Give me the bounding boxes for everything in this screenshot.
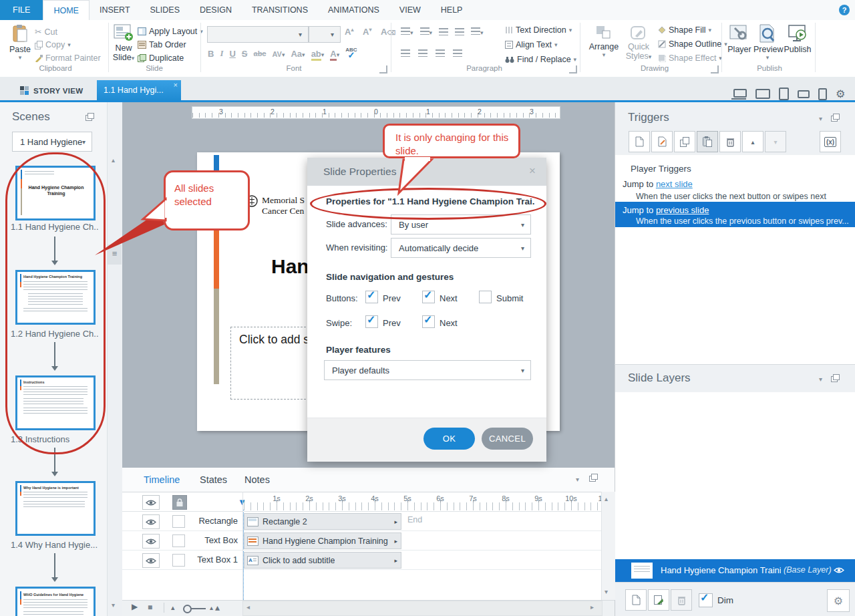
copy-button[interactable]: Copy ▾	[35, 40, 71, 49]
panel-collapse-icon[interactable]	[831, 374, 840, 383]
font-dialog-launcher-icon[interactable]	[379, 65, 387, 73]
scroll-right-icon[interactable]: ▸	[590, 603, 594, 611]
font-name-select[interactable]: ▾	[207, 26, 309, 43]
timeline-bar-subtitle[interactable]: A Click to add subtitle ▸	[244, 552, 401, 569]
clear-formatting-icon[interactable]: A⌫	[381, 27, 395, 37]
play-button[interactable]: ▶	[132, 602, 138, 611]
bullet-list-button[interactable]: ▾	[401, 27, 413, 37]
prev-button-checkbox[interactable]	[365, 291, 378, 303]
submit-button-checkbox[interactable]	[479, 291, 492, 303]
panel-collapse-icon[interactable]	[589, 474, 598, 482]
laptop-icon[interactable]	[733, 89, 747, 100]
swipe-next-checkbox[interactable]	[422, 315, 435, 328]
shape-effect-button[interactable]: Shape Effect ▾	[658, 53, 722, 63]
copy-trigger-button[interactable]	[674, 131, 695, 152]
change-case-button[interactable]: Aa▾	[291, 49, 305, 59]
timeline-object-name[interactable]: Text Box	[167, 535, 238, 545]
slide-title-text[interactable]: Han	[271, 255, 309, 278]
toggle-visibility-button[interactable]	[142, 553, 160, 568]
align-text-button[interactable]: Align Text ▾	[505, 40, 558, 49]
move-trigger-up-button[interactable]: ▴	[742, 131, 763, 152]
tablet-portrait-icon[interactable]	[779, 88, 789, 100]
trigger-row-next[interactable]: Jump to next slide	[623, 179, 693, 189]
zoom-in-icon[interactable]: ▴	[215, 602, 220, 613]
toggle-visibility-button[interactable]	[142, 514, 160, 529]
publish-button[interactable]: Publish	[783, 24, 812, 54]
paragraph-dialog-launcher-icon[interactable]	[569, 65, 577, 73]
duplicate-button[interactable]: Duplicate	[138, 53, 184, 63]
tab-timeline[interactable]: Timeline	[144, 474, 180, 485]
triangle-right-icon[interactable]: ▸	[394, 518, 397, 525]
paste-trigger-button[interactable]	[697, 131, 718, 152]
new-slide-button[interactable]: New Slide▾	[111, 24, 136, 62]
scroll-up-icon[interactable]: ▴	[112, 156, 115, 164]
show-hide-all-button[interactable]	[142, 495, 160, 510]
delete-trigger-button[interactable]	[719, 131, 741, 152]
layer-properties-button[interactable]: ⚙	[827, 589, 850, 612]
paste-button[interactable]: Paste ▾	[7, 24, 33, 61]
trigger-row-previous[interactable]: Jump to previous slide When the user cli…	[615, 202, 855, 227]
edit-trigger-button[interactable]	[651, 131, 673, 152]
highlight-color-button[interactable]: ab▾	[311, 49, 325, 59]
format-painter-button[interactable]: Format Painter	[35, 53, 101, 63]
close-icon[interactable]: ×	[174, 81, 178, 89]
lock-all-button[interactable]	[172, 495, 187, 510]
panel-collapse-icon[interactable]	[86, 113, 95, 122]
tab-states[interactable]: States	[200, 474, 227, 485]
phone-portrait-icon[interactable]	[818, 88, 827, 100]
trigger-target-link[interactable]: next slide	[656, 179, 693, 189]
tab-order-button[interactable]: Tab Order	[138, 40, 186, 49]
numbered-list-button[interactable]: ▾	[420, 27, 433, 37]
move-trigger-down-button[interactable]: ▾	[765, 131, 786, 152]
italic-button[interactable]: I	[220, 48, 223, 59]
dim-checkbox[interactable]	[699, 593, 713, 607]
stop-button[interactable]: ■	[148, 603, 152, 612]
chevron-down-icon[interactable]: ▾	[576, 476, 579, 483]
active-slide-tab[interactable]: 1.1 Hand Hygi... ×	[97, 80, 181, 100]
delete-layer-button[interactable]	[671, 589, 692, 611]
align-left-icon[interactable]	[401, 49, 410, 57]
align-right-icon[interactable]	[436, 49, 445, 57]
sidebar-splitter[interactable]	[107, 102, 124, 616]
tab-slides[interactable]: SLIDES	[140, 0, 190, 20]
tab-transitions[interactable]: TRANSITIONS	[242, 0, 318, 20]
splitter-handle-icon[interactable]: ≡	[108, 245, 122, 265]
font-size-select[interactable]: ▾	[309, 26, 341, 43]
column-divider[interactable]	[242, 492, 243, 600]
phone-landscape-icon[interactable]	[798, 90, 810, 98]
help-icon[interactable]: ?	[839, 5, 850, 15]
char-spacing-button[interactable]: AV▾	[272, 49, 285, 59]
line-spacing-button[interactable]: ▾	[471, 27, 484, 37]
preview-button[interactable]: Preview ▾	[753, 24, 782, 61]
cancel-button[interactable]: CANCEL	[482, 428, 533, 450]
ok-button[interactable]: OK	[423, 428, 475, 450]
tab-home[interactable]: HOME	[43, 0, 90, 20]
gear-icon[interactable]: ⚙	[836, 90, 845, 99]
next-button-checkbox[interactable]	[422, 291, 435, 303]
zoom-in-icon[interactable]: ▴	[210, 604, 213, 611]
slide-thumbnail-1-4[interactable]: Why Hand Hygiene is important	[15, 481, 96, 536]
spelling-button[interactable]: ABC✓	[345, 47, 357, 60]
find-replace-button[interactable]: Find / Replace ▾	[505, 55, 576, 64]
player-button[interactable]: Player	[727, 24, 752, 54]
arrange-button[interactable]: Arrange ▾	[586, 25, 621, 58]
close-icon[interactable]: ×	[529, 164, 536, 178]
font-color-button[interactable]: A▾	[330, 49, 339, 59]
tab-notes[interactable]: Notes	[244, 474, 270, 485]
timeline-object-name[interactable]: Rectangle	[167, 516, 238, 526]
monitor-icon[interactable]	[755, 89, 770, 99]
shape-outline-button[interactable]: Shape Outline ▾	[658, 39, 727, 49]
new-trigger-button[interactable]	[629, 131, 650, 152]
align-center-icon[interactable]	[418, 49, 428, 57]
timeline-vscrollbar[interactable]	[601, 492, 615, 600]
decrease-indent-icon[interactable]	[439, 28, 448, 35]
timeline-object-name[interactable]: Text Box 1	[167, 555, 238, 565]
grow-font-button[interactable]: A▴	[345, 27, 353, 37]
when-revisiting-select[interactable]: Automatically decide ▾	[391, 238, 531, 258]
bold-button[interactable]: B	[208, 49, 214, 59]
triangle-right-icon[interactable]: ▸	[394, 538, 397, 545]
eye-icon[interactable]	[834, 567, 844, 574]
triangle-right-icon[interactable]: ▸	[394, 557, 397, 564]
strikethrough-button[interactable]: S	[242, 49, 248, 59]
scene-select[interactable]: 1 Hand Hygiene ▾	[12, 132, 92, 152]
